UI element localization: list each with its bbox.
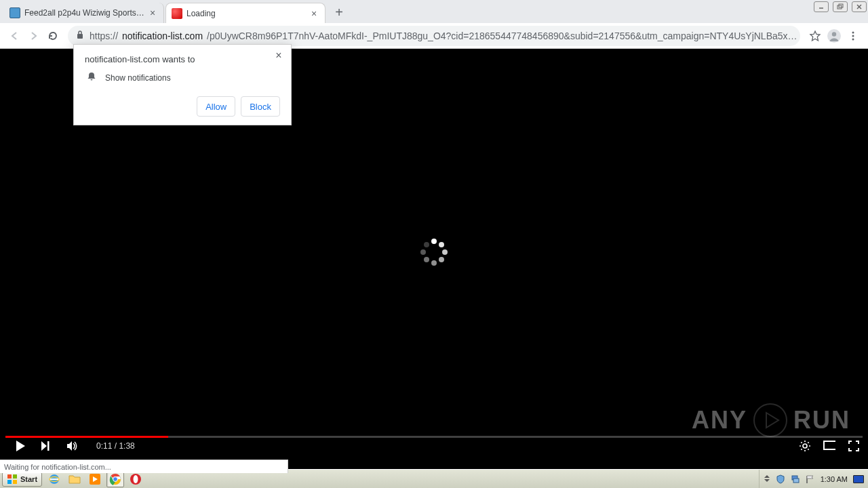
volume-button[interactable] bbox=[65, 440, 77, 452]
next-icon bbox=[39, 440, 52, 452]
new-tab-button[interactable]: + bbox=[330, 3, 349, 22]
video-time: 0:11 / 1:38 bbox=[96, 441, 135, 451]
tab-title: Loading bbox=[186, 9, 306, 18]
volume-icon bbox=[65, 439, 77, 453]
windows-logo-icon bbox=[7, 474, 18, 485]
bookmark-button[interactable] bbox=[806, 26, 825, 45]
play-triangle-icon bbox=[753, 403, 788, 438]
svg-point-35 bbox=[134, 475, 138, 483]
svg-rect-37 bbox=[793, 479, 799, 483]
svg-rect-22 bbox=[824, 441, 835, 449]
menu-button[interactable] bbox=[844, 26, 863, 45]
svg-line-19 bbox=[808, 449, 808, 449]
taskbar-app-media[interactable] bbox=[86, 471, 104, 487]
profile-button[interactable] bbox=[825, 26, 844, 45]
tab-loading[interactable]: Loading × bbox=[165, 3, 326, 23]
minimize-button[interactable] bbox=[814, 1, 829, 12]
svg-point-7 bbox=[832, 32, 836, 36]
reload-button[interactable] bbox=[43, 26, 62, 45]
svg-line-21 bbox=[808, 442, 808, 443]
fullscreen-icon bbox=[848, 440, 860, 452]
minimize-icon bbox=[818, 3, 825, 10]
url-host: notification-list.com bbox=[122, 30, 203, 41]
fullscreen-button[interactable] bbox=[848, 440, 860, 452]
watermark-run: RUN bbox=[793, 406, 850, 434]
star-icon bbox=[809, 30, 821, 42]
address-bar[interactable]: https://notification-list.com/p0UywCR8m9… bbox=[68, 26, 800, 46]
video-controls: 0:11 / 1:38 bbox=[0, 436, 868, 455]
tray-monitor-icon[interactable] bbox=[853, 475, 864, 483]
tray-expand-icon[interactable] bbox=[764, 474, 770, 484]
arrow-left-icon bbox=[9, 30, 21, 42]
svg-point-11 bbox=[754, 404, 787, 436]
taskbar-app-ie[interactable] bbox=[45, 471, 63, 487]
svg-point-9 bbox=[852, 35, 854, 37]
watermark-any: ANY bbox=[692, 406, 747, 434]
favicon-monitor-icon bbox=[9, 7, 20, 18]
svg-line-20 bbox=[801, 449, 802, 449]
next-button[interactable] bbox=[39, 440, 52, 452]
system-tray: 1:30 AM bbox=[759, 470, 868, 488]
settings-button[interactable] bbox=[799, 440, 811, 452]
taskbar-clock[interactable]: 1:30 AM bbox=[821, 475, 848, 483]
tab-close-icon[interactable]: × bbox=[147, 7, 158, 18]
start-button[interactable]: Start bbox=[2, 472, 42, 487]
forward-button[interactable] bbox=[24, 26, 43, 45]
bell-icon bbox=[86, 71, 97, 84]
video-time-current: 0:11 bbox=[96, 441, 112, 451]
tray-network-icon[interactable] bbox=[791, 474, 800, 484]
ie-icon bbox=[48, 473, 60, 485]
svg-point-10 bbox=[852, 38, 854, 40]
folder-icon bbox=[68, 474, 81, 485]
kebab-icon bbox=[848, 30, 859, 41]
maximize-icon bbox=[837, 3, 844, 10]
start-label: Start bbox=[20, 475, 37, 483]
video-time-sep: / bbox=[112, 441, 119, 451]
favicon-loading-icon bbox=[172, 8, 182, 19]
notification-permission-prompt: × notification-list.com wants to Show no… bbox=[73, 44, 292, 125]
status-text: Waiting for notification-list.com... bbox=[4, 463, 111, 471]
play-button[interactable] bbox=[14, 440, 26, 452]
theater-icon bbox=[823, 441, 835, 451]
prompt-permission-text: Show notifications bbox=[105, 73, 171, 83]
close-window-button[interactable] bbox=[852, 1, 867, 12]
arrow-right-icon bbox=[28, 30, 40, 42]
prompt-close-button[interactable]: × bbox=[272, 49, 285, 62]
play-icon bbox=[14, 439, 26, 453]
chrome-icon bbox=[109, 473, 121, 485]
page-status-bar: Waiting for notification-list.com... bbox=[0, 460, 288, 473]
taskbar-app-chrome[interactable] bbox=[106, 471, 124, 487]
media-player-icon bbox=[89, 473, 101, 485]
url-protocol: https:// bbox=[90, 30, 118, 41]
close-icon bbox=[856, 3, 863, 10]
gear-icon bbox=[799, 440, 811, 452]
maximize-button[interactable] bbox=[833, 1, 848, 12]
tab-sports[interactable]: Feed2all p2p4u Wiziwig Sports Live F × bbox=[4, 3, 164, 23]
svg-rect-12 bbox=[47, 441, 50, 451]
svg-rect-24 bbox=[13, 474, 17, 479]
loading-spinner-icon bbox=[418, 237, 450, 268]
tab-close-icon[interactable]: × bbox=[309, 8, 319, 19]
watermark: ANY RUN bbox=[692, 403, 850, 438]
svg-line-18 bbox=[801, 442, 802, 443]
reload-icon bbox=[47, 30, 59, 42]
tray-flag-icon[interactable] bbox=[806, 474, 815, 484]
back-button[interactable] bbox=[5, 26, 24, 45]
svg-rect-5 bbox=[77, 34, 83, 39]
prompt-title: notification-list.com wants to bbox=[85, 54, 280, 64]
svg-rect-26 bbox=[13, 480, 17, 484]
tray-shield-icon[interactable] bbox=[776, 474, 785, 484]
svg-rect-25 bbox=[7, 480, 12, 484]
taskbar-app-explorer[interactable] bbox=[66, 471, 83, 487]
lock-icon bbox=[76, 30, 85, 41]
tab-title: Feed2all p2p4u Wiziwig Sports Live F bbox=[24, 8, 144, 18]
url-path: /p0UywCR8m96P1T7nhV-AatoMFkdI-_PmIUTJ88g… bbox=[207, 30, 797, 41]
allow-button[interactable]: Allow bbox=[197, 96, 235, 117]
block-button[interactable]: Block bbox=[241, 96, 280, 117]
theater-button[interactable] bbox=[823, 440, 835, 452]
taskbar-app-opera[interactable] bbox=[127, 471, 144, 487]
window-controls bbox=[814, 1, 867, 12]
avatar-icon bbox=[827, 28, 842, 43]
tab-strip: Feed2all p2p4u Wiziwig Sports Live F × L… bbox=[0, 0, 868, 23]
video-time-total: 1:38 bbox=[119, 441, 134, 451]
